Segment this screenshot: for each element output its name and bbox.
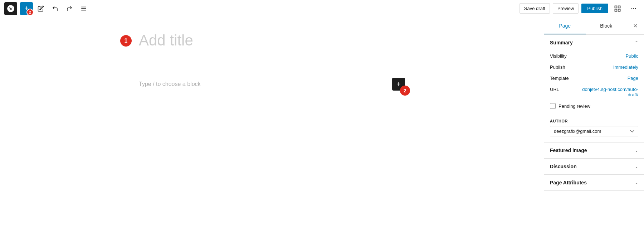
preview-button[interactable]: Preview	[553, 3, 579, 14]
publish-row-label: Publish	[550, 64, 565, 70]
pending-review-row: Pending review	[550, 100, 638, 113]
discussion-title: Discussion	[550, 164, 577, 169]
featured-image-chevron-icon: ⌄	[635, 148, 638, 153]
svg-rect-5	[618, 6, 620, 8]
visibility-label: Visibility	[550, 53, 567, 59]
svg-rect-7	[618, 9, 620, 11]
visibility-value[interactable]: Public	[626, 53, 638, 59]
author-section: AUTHOR deezgrafix@gmail.com	[544, 119, 644, 142]
page-attributes-section: Page Attributes ⌄	[544, 175, 644, 191]
main-area: 1 Type / to choose a block + 2	[0, 17, 644, 232]
featured-image-section: Featured image ⌄	[544, 142, 644, 159]
visibility-row: Visibility Public	[550, 50, 638, 62]
editor-area: 1 Type / to choose a block + 2	[0, 17, 544, 232]
add-block-container: + 2	[392, 78, 405, 91]
editor-content: 1 Type / to choose a block + 2	[122, 32, 422, 91]
svg-rect-6	[615, 9, 617, 11]
pencil-icon	[38, 5, 44, 12]
tab-block[interactable]: Block	[586, 17, 627, 34]
undo-button[interactable]	[49, 2, 62, 15]
featured-image-header[interactable]: Featured image ⌄	[544, 142, 644, 158]
template-row: Template Page	[550, 73, 638, 84]
publish-button[interactable]: Publish	[581, 4, 608, 13]
add-badge: 2	[26, 9, 34, 16]
step-1-badge: 1	[120, 35, 132, 47]
featured-image-title: Featured image	[550, 148, 587, 153]
block-placeholder-area: Type / to choose a block + 2	[139, 78, 405, 91]
summary-body: Visibility Public Publish Immediately Te…	[544, 50, 644, 119]
toolbar-left: + 2	[4, 2, 518, 15]
more-icon	[630, 5, 637, 12]
svg-rect-4	[615, 6, 617, 8]
summary-section: Summary ⌃ Visibility Public Publish Imme…	[544, 35, 644, 142]
discussion-chevron-icon: ⌄	[635, 164, 638, 169]
close-sidebar-button[interactable]	[627, 17, 644, 34]
save-draft-button[interactable]: Save draft	[519, 3, 550, 14]
settings-icon	[614, 5, 621, 12]
list-icon	[80, 5, 87, 12]
page-attributes-chevron-icon: ⌄	[635, 180, 638, 185]
summary-section-header[interactable]: Summary ⌃	[544, 35, 644, 50]
author-label: AUTHOR	[550, 119, 638, 123]
author-select[interactable]: deezgrafix@gmail.com	[550, 126, 638, 136]
edit-button[interactable]	[34, 2, 47, 15]
block-placeholder-text: Type / to choose a block	[139, 81, 201, 87]
title-input[interactable]	[139, 32, 405, 68]
redo-button[interactable]	[63, 2, 76, 15]
url-label: URL	[550, 87, 559, 92]
publish-row-value[interactable]: Immediately	[613, 64, 638, 70]
sidebar: Page Block Summary ⌃ Visibility Public	[544, 17, 644, 232]
svg-point-10	[635, 8, 636, 9]
redo-icon	[66, 5, 73, 12]
svg-point-9	[633, 8, 634, 9]
url-value[interactable]: donjetv4.sg-host.com/auto-draft/	[581, 87, 638, 97]
publish-row: Publish Immediately	[550, 62, 638, 73]
tab-page[interactable]: Page	[544, 17, 586, 34]
more-options-button[interactable]	[627, 2, 640, 15]
summary-chevron-icon: ⌃	[635, 40, 638, 45]
plus-icon-inline: +	[396, 81, 401, 88]
wp-logo	[4, 2, 17, 15]
settings-button[interactable]	[611, 2, 624, 15]
list-view-button[interactable]	[77, 2, 90, 15]
undo-icon	[52, 5, 58, 12]
discussion-header[interactable]: Discussion ⌄	[544, 159, 644, 174]
summary-title: Summary	[550, 40, 573, 45]
toolbar-right: Save draft Preview Publish	[519, 2, 640, 15]
step-2-badge: 2	[400, 86, 410, 96]
template-label: Template	[550, 76, 569, 81]
add-block-button[interactable]: + 2	[20, 2, 33, 15]
pending-review-checkbox[interactable]	[550, 103, 556, 109]
url-row: URL donjetv4.sg-host.com/auto-draft/	[550, 84, 638, 100]
close-icon	[633, 23, 638, 29]
page-attributes-header[interactable]: Page Attributes ⌄	[544, 175, 644, 190]
sidebar-tabs: Page Block	[544, 17, 644, 35]
template-value[interactable]: Page	[628, 76, 638, 81]
pending-review-label: Pending review	[558, 103, 590, 109]
page-attributes-title: Page Attributes	[550, 180, 587, 185]
discussion-section: Discussion ⌄	[544, 159, 644, 175]
toolbar: + 2	[0, 0, 644, 17]
svg-point-8	[631, 8, 632, 9]
